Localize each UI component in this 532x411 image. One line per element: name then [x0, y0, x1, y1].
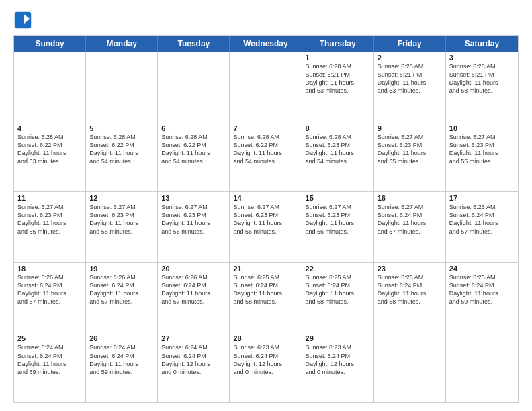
- calendar-cell: 23Sunrise: 6:25 AM Sunset: 6:24 PM Dayli…: [374, 263, 446, 332]
- day-info: Sunrise: 6:24 AM Sunset: 6:24 PM Dayligh…: [161, 343, 226, 376]
- calendar-row: 4Sunrise: 6:28 AM Sunset: 6:22 PM Daylig…: [14, 122, 518, 193]
- calendar-cell: 20Sunrise: 6:26 AM Sunset: 6:24 PM Dayli…: [158, 263, 230, 332]
- day-number: 13: [161, 194, 226, 202]
- day-number: 24: [449, 265, 515, 273]
- calendar-cell: 19Sunrise: 6:26 AM Sunset: 6:24 PM Dayli…: [86, 263, 158, 332]
- calendar-cell: [14, 52, 86, 122]
- calendar-row: 18Sunrise: 6:26 AM Sunset: 6:24 PM Dayli…: [14, 263, 518, 333]
- day-info: Sunrise: 6:28 AM Sunset: 6:23 PM Dayligh…: [306, 133, 370, 166]
- day-info: Sunrise: 6:26 AM Sunset: 6:24 PM Dayligh…: [89, 273, 154, 306]
- day-info: Sunrise: 6:25 AM Sunset: 6:24 PM Dayligh…: [233, 273, 298, 306]
- day-info: Sunrise: 6:28 AM Sunset: 6:22 PM Dayligh…: [17, 133, 82, 166]
- calendar-cell: 7Sunrise: 6:28 AM Sunset: 6:22 PM Daylig…: [230, 122, 302, 192]
- day-info: Sunrise: 6:27 AM Sunset: 6:23 PM Dayligh…: [89, 203, 154, 236]
- calendar-cell: [158, 52, 230, 122]
- calendar-cell: 2Sunrise: 6:28 AM Sunset: 6:21 PM Daylig…: [374, 52, 446, 122]
- calendar-header-row: SundayMondayTuesdayWednesdayThursdayFrid…: [14, 36, 518, 52]
- calendar-header-cell: Friday: [374, 36, 446, 52]
- calendar-cell: [446, 332, 518, 402]
- calendar-cell: 6Sunrise: 6:28 AM Sunset: 6:22 PM Daylig…: [158, 122, 230, 192]
- calendar-header-cell: Monday: [86, 36, 158, 52]
- day-number: 6: [161, 124, 226, 132]
- calendar-cell: 15Sunrise: 6:27 AM Sunset: 6:23 PM Dayli…: [302, 192, 374, 262]
- day-info: Sunrise: 6:23 AM Sunset: 6:24 PM Dayligh…: [306, 343, 370, 376]
- calendar-cell: 10Sunrise: 6:27 AM Sunset: 6:23 PM Dayli…: [446, 122, 518, 192]
- day-number: 14: [233, 194, 298, 202]
- day-number: 3: [449, 54, 515, 62]
- day-number: 28: [233, 334, 298, 342]
- calendar-cell: [86, 52, 158, 122]
- day-number: 11: [17, 194, 82, 202]
- calendar-row: 25Sunrise: 6:24 AM Sunset: 6:24 PM Dayli…: [14, 332, 518, 402]
- day-info: Sunrise: 6:28 AM Sunset: 6:21 PM Dayligh…: [306, 62, 370, 95]
- day-info: Sunrise: 6:24 AM Sunset: 6:24 PM Dayligh…: [17, 343, 82, 376]
- day-info: Sunrise: 6:27 AM Sunset: 6:23 PM Dayligh…: [233, 203, 298, 236]
- calendar-cell: 22Sunrise: 6:25 AM Sunset: 6:24 PM Dayli…: [302, 263, 374, 332]
- day-info: Sunrise: 6:28 AM Sunset: 6:22 PM Dayligh…: [89, 133, 154, 166]
- calendar: SundayMondayTuesdayWednesdayThursdayFrid…: [13, 35, 519, 403]
- calendar-cell: [230, 52, 302, 122]
- day-number: 5: [89, 124, 154, 132]
- calendar-header-cell: Thursday: [302, 36, 374, 52]
- calendar-cell: 3Sunrise: 6:28 AM Sunset: 6:21 PM Daylig…: [446, 52, 518, 122]
- calendar-cell: 11Sunrise: 6:27 AM Sunset: 6:23 PM Dayli…: [14, 192, 86, 262]
- calendar-cell: 4Sunrise: 6:28 AM Sunset: 6:22 PM Daylig…: [14, 122, 86, 192]
- calendar-body: 1Sunrise: 6:28 AM Sunset: 6:21 PM Daylig…: [14, 52, 518, 402]
- day-number: 19: [89, 265, 154, 273]
- day-number: 15: [306, 194, 370, 202]
- day-number: 16: [378, 194, 442, 202]
- page-header: [13, 11, 519, 30]
- day-info: Sunrise: 6:25 AM Sunset: 6:24 PM Dayligh…: [449, 273, 515, 306]
- day-info: Sunrise: 6:26 AM Sunset: 6:24 PM Dayligh…: [161, 273, 226, 306]
- calendar-cell: 16Sunrise: 6:27 AM Sunset: 6:24 PM Dayli…: [374, 192, 446, 262]
- day-number: 9: [378, 124, 442, 132]
- day-info: Sunrise: 6:27 AM Sunset: 6:24 PM Dayligh…: [378, 203, 442, 236]
- day-info: Sunrise: 6:27 AM Sunset: 6:23 PM Dayligh…: [378, 133, 442, 166]
- day-info: Sunrise: 6:26 AM Sunset: 6:24 PM Dayligh…: [449, 203, 515, 236]
- calendar-header-cell: Saturday: [446, 36, 518, 52]
- calendar-cell: 13Sunrise: 6:27 AM Sunset: 6:23 PM Dayli…: [158, 192, 230, 262]
- logo-icon: [13, 11, 32, 30]
- day-info: Sunrise: 6:27 AM Sunset: 6:23 PM Dayligh…: [449, 133, 515, 166]
- day-number: 8: [306, 124, 370, 132]
- calendar-header-cell: Sunday: [14, 36, 86, 52]
- day-info: Sunrise: 6:25 AM Sunset: 6:24 PM Dayligh…: [378, 273, 442, 306]
- calendar-cell: 24Sunrise: 6:25 AM Sunset: 6:24 PM Dayli…: [446, 263, 518, 332]
- calendar-cell: 9Sunrise: 6:27 AM Sunset: 6:23 PM Daylig…: [374, 122, 446, 192]
- day-number: 12: [89, 194, 154, 202]
- day-number: 23: [378, 265, 442, 273]
- calendar-row: 1Sunrise: 6:28 AM Sunset: 6:21 PM Daylig…: [14, 52, 518, 122]
- day-number: 29: [306, 334, 370, 342]
- svg-rect-0: [15, 12, 32, 29]
- day-info: Sunrise: 6:25 AM Sunset: 6:24 PM Dayligh…: [306, 273, 370, 306]
- day-info: Sunrise: 6:27 AM Sunset: 6:23 PM Dayligh…: [161, 203, 226, 236]
- day-number: 2: [378, 54, 442, 62]
- day-info: Sunrise: 6:26 AM Sunset: 6:24 PM Dayligh…: [17, 273, 82, 306]
- day-number: 7: [233, 124, 298, 132]
- day-info: Sunrise: 6:24 AM Sunset: 6:24 PM Dayligh…: [89, 343, 154, 376]
- calendar-header-cell: Tuesday: [158, 36, 230, 52]
- day-number: 25: [17, 334, 82, 342]
- calendar-row: 11Sunrise: 6:27 AM Sunset: 6:23 PM Dayli…: [14, 192, 518, 263]
- day-number: 10: [449, 124, 515, 132]
- day-number: 4: [17, 124, 82, 132]
- calendar-cell: 29Sunrise: 6:23 AM Sunset: 6:24 PM Dayli…: [302, 332, 374, 402]
- day-info: Sunrise: 6:28 AM Sunset: 6:22 PM Dayligh…: [161, 133, 226, 166]
- day-info: Sunrise: 6:28 AM Sunset: 6:21 PM Dayligh…: [449, 62, 515, 95]
- calendar-cell: 17Sunrise: 6:26 AM Sunset: 6:24 PM Dayli…: [446, 192, 518, 262]
- day-number: 20: [161, 265, 226, 273]
- logo: [13, 11, 35, 30]
- calendar-cell: 8Sunrise: 6:28 AM Sunset: 6:23 PM Daylig…: [302, 122, 374, 192]
- day-number: 26: [89, 334, 154, 342]
- day-number: 18: [17, 265, 82, 273]
- day-number: 21: [233, 265, 298, 273]
- day-info: Sunrise: 6:28 AM Sunset: 6:21 PM Dayligh…: [378, 62, 442, 95]
- day-number: 17: [449, 194, 515, 202]
- calendar-cell: 14Sunrise: 6:27 AM Sunset: 6:23 PM Dayli…: [230, 192, 302, 262]
- day-info: Sunrise: 6:27 AM Sunset: 6:23 PM Dayligh…: [306, 203, 370, 236]
- calendar-cell: 18Sunrise: 6:26 AM Sunset: 6:24 PM Dayli…: [14, 263, 86, 332]
- calendar-cell: 25Sunrise: 6:24 AM Sunset: 6:24 PM Dayli…: [14, 332, 86, 402]
- calendar-cell: 5Sunrise: 6:28 AM Sunset: 6:22 PM Daylig…: [86, 122, 158, 192]
- day-info: Sunrise: 6:23 AM Sunset: 6:24 PM Dayligh…: [233, 343, 298, 376]
- calendar-header-cell: Wednesday: [230, 36, 302, 52]
